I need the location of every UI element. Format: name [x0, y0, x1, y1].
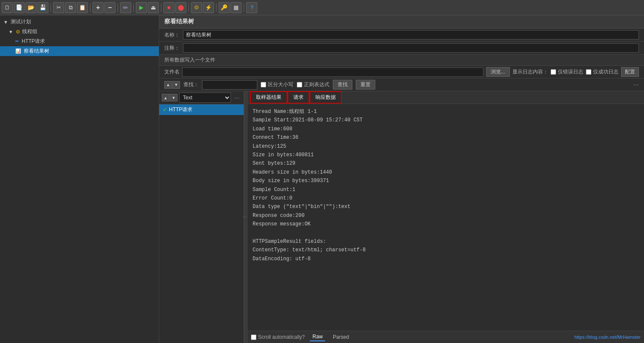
- tab-response-data[interactable]: 响应数据: [309, 91, 342, 104]
- sidebar: ▼ 测试计划 ▼ ⚙ 线程组 ✏ HTTP请求 📊 察看结果树: [0, 15, 159, 343]
- result-line: Data type ("text"|"bin"|""):text: [253, 202, 639, 211]
- toolbar-settings-btn[interactable]: ⚙: [191, 2, 202, 13]
- tab-label: 取样器结果: [256, 94, 281, 100]
- result-line: ContentType: text/html; charset=utf-8: [253, 246, 639, 254]
- file-name-row: 文件名 浏览... 显示日志内容： 仅错误日志 仅成功日志 配置: [159, 66, 644, 79]
- scroll-auto-group[interactable]: Scroll automatically?: [251, 334, 305, 340]
- tab-request[interactable]: 请求: [287, 91, 309, 104]
- sidebar-item-label: 测试计划: [11, 18, 31, 25]
- toolbar: 🗋 📑 📂 💾 ✂ ⧉ 📋 + − ✏ ▶ ⏏ ■ ⬤ ⚙ ⚡ 🔑 ▦ ?: [0, 0, 644, 15]
- sidebar-tree: ▼ 测试计划 ▼ ⚙ 线程组 ✏ HTTP请求 📊 察看结果树: [0, 15, 159, 343]
- result-line: Thread Name:线程组 1-1: [253, 107, 639, 116]
- scroll-auto-checkbox[interactable]: [251, 335, 256, 340]
- view-result-icon: 📊: [15, 48, 21, 54]
- result-line: Response code:200: [253, 211, 639, 220]
- success-log-group[interactable]: 仅成功日志: [586, 68, 619, 76]
- error-log-group[interactable]: 仅错误日志: [551, 68, 583, 76]
- regex-group[interactable]: 正则表达式: [297, 81, 329, 88]
- name-input[interactable]: [183, 30, 639, 39]
- search-label: 查找：: [183, 81, 199, 88]
- up-arrow-btn[interactable]: ▲: [164, 81, 172, 89]
- vertical-divider[interactable]: ⋮: [244, 91, 247, 343]
- list-down-btn[interactable]: ▼: [170, 94, 177, 101]
- search-row: ▲ ▼ 查找： 区分大小写 正则表达式 查找 重置 ···: [159, 79, 644, 91]
- expand-icon: ▼: [3, 20, 8, 25]
- name-row: 名称：: [159, 28, 644, 42]
- toolbar-cut-btn[interactable]: ✂: [53, 2, 64, 13]
- result-line: [253, 228, 639, 237]
- panel-title: 察看结果树: [159, 15, 644, 28]
- config-button[interactable]: 配置: [621, 67, 639, 77]
- toolbar-remove-btn[interactable]: −: [104, 2, 115, 13]
- result-line: Headers size in bytes:1440: [253, 168, 639, 177]
- details-bottom-bar: Scroll automatically? Raw Parsed https:/…: [247, 331, 644, 343]
- reset-button[interactable]: 重置: [356, 80, 375, 90]
- list-item[interactable]: ✔ HTTP请求: [159, 104, 244, 115]
- toolbar-edit-btn[interactable]: ✏: [120, 2, 131, 13]
- toolbar-sep6: [188, 3, 189, 12]
- toolbar-sep5: [161, 3, 161, 12]
- error-log-checkbox[interactable]: [551, 69, 556, 75]
- toolbar-sep1: [51, 3, 51, 12]
- bottom-url: https://blog.csdn.net/MrHamster: [574, 335, 641, 340]
- search-input[interactable]: [202, 80, 257, 90]
- sample-item-label: HTTP请求: [169, 106, 192, 113]
- bottom-tab-raw[interactable]: Raw: [310, 333, 325, 341]
- list-up-btn[interactable]: ▲: [162, 94, 169, 101]
- down-arrow-btn[interactable]: ▼: [172, 81, 180, 89]
- toolbar-save-btn[interactable]: 💾: [37, 2, 48, 13]
- success-log-checkbox[interactable]: [586, 69, 591, 75]
- result-line: Load time:608: [253, 125, 639, 133]
- toolbar-sep4: [133, 3, 134, 12]
- file-input[interactable]: [182, 67, 484, 77]
- toolbar-new-btn[interactable]: 🗋: [2, 2, 13, 13]
- format-select[interactable]: Text XML HTML JSON RegExp Tester: [179, 93, 231, 103]
- all-data-label: 所有数据写入一个文件: [164, 56, 215, 64]
- toolbar-copy-btn[interactable]: ⧉: [65, 2, 76, 13]
- case-checkbox[interactable]: [261, 82, 266, 87]
- name-label: 名称：: [164, 31, 180, 39]
- comment-input[interactable]: [183, 43, 639, 53]
- tab-label: 响应数据: [315, 94, 336, 100]
- result-line: Body size in bytes:399371: [253, 177, 639, 185]
- browse-button[interactable]: 浏览...: [486, 67, 510, 77]
- sidebar-item-label: 线程组: [22, 28, 37, 35]
- search-more-icon[interactable]: ···: [633, 81, 639, 89]
- toolbar-add-btn[interactable]: +: [93, 2, 104, 13]
- toolbar-paste-btn[interactable]: 📋: [77, 2, 88, 13]
- comment-row: 注释：: [159, 42, 644, 55]
- toolbar-grid-btn[interactable]: ▦: [231, 2, 242, 13]
- sidebar-item-http-request[interactable]: ✏ HTTP请求: [0, 37, 159, 46]
- tabs-row: 取样器结果 请求 响应数据: [247, 91, 644, 104]
- http-request-icon: ✏: [15, 39, 19, 44]
- result-line: Sent bytes:129: [253, 159, 639, 168]
- toolbar-key-btn[interactable]: 🔑: [219, 2, 230, 13]
- sidebar-item-thread-group[interactable]: ▼ ⚙ 线程组: [0, 27, 159, 37]
- toolbar-stop-btn[interactable]: ■: [163, 2, 174, 13]
- toolbar-sep8: [244, 3, 244, 12]
- toolbar-open-btn[interactable]: 📂: [25, 2, 37, 13]
- list-more-icon[interactable]: ···: [233, 94, 241, 101]
- results-area: ▲ ▼ Text XML HTML JSON RegExp Tester ···…: [159, 91, 644, 343]
- result-line: Latency:125: [253, 142, 639, 151]
- result-line: Sample Count:1: [253, 186, 639, 194]
- error-log-label: 仅错误日志: [558, 68, 583, 76]
- result-line: Size in bytes:400811: [253, 151, 639, 159]
- case-group[interactable]: 区分大小写: [261, 81, 293, 88]
- find-button[interactable]: 查找: [333, 80, 352, 90]
- sidebar-item-view-result[interactable]: 📊 察看结果树: [0, 46, 159, 56]
- sidebar-item-test-plan[interactable]: ▼ 测试计划: [0, 17, 159, 27]
- regex-checkbox[interactable]: [297, 82, 302, 87]
- toolbar-stop-remote-btn[interactable]: ⏏: [148, 2, 159, 13]
- toolbar-templates-btn[interactable]: 📑: [14, 2, 25, 13]
- result-line: Connect Time:36: [253, 133, 639, 142]
- toolbar-run-btn[interactable]: ▶: [136, 2, 147, 13]
- toolbar-help-btn[interactable]: ?: [246, 2, 257, 13]
- toolbar-lightning-btn[interactable]: ⚡: [203, 2, 214, 13]
- bottom-tab-parsed[interactable]: Parsed: [330, 333, 352, 341]
- tab-sample-result[interactable]: 取样器结果: [250, 91, 287, 104]
- sidebar-item-label: 察看结果树: [24, 48, 49, 55]
- toolbar-record-btn[interactable]: ⬤: [175, 2, 186, 13]
- tab-label: 请求: [293, 94, 304, 100]
- toolbar-sep3: [118, 3, 118, 12]
